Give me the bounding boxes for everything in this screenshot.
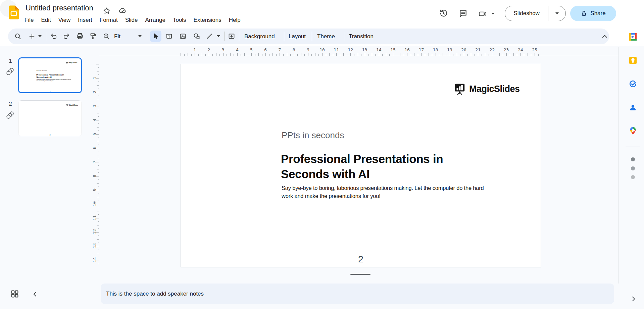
share-label: Share	[590, 10, 605, 17]
zoom-select[interactable]: Fit	[114, 33, 120, 41]
undo-icon[interactable]	[50, 32, 58, 40]
layout-button[interactable]: Layout	[289, 33, 306, 41]
toolbar-separator	[46, 32, 46, 41]
main-toolbar	[8, 29, 609, 44]
menu-extensions[interactable]: Extensions	[190, 15, 225, 25]
side-panel-dot[interactable]	[631, 166, 635, 170]
star-icon[interactable]	[103, 7, 111, 15]
zoom-caret-icon[interactable]	[138, 35, 142, 37]
magicslides-logo: MagicSlides	[66, 104, 78, 106]
menu-help[interactable]: Help	[225, 15, 244, 25]
new-slide-caret-icon[interactable]	[38, 35, 42, 37]
slide-canvas[interactable]: MagicSlides PPts in seconds Professional…	[181, 64, 541, 267]
zoom-icon[interactable]	[102, 32, 110, 40]
speaker-notes-input[interactable]: This is the space to add speaker notes	[101, 284, 614, 304]
canvas-border-left	[99, 56, 99, 281]
transition-indicator-icon[interactable]	[6, 67, 14, 76]
insert-image-icon[interactable]	[179, 32, 187, 40]
insert-shape-icon[interactable]	[193, 32, 201, 40]
menu-format[interactable]: Format	[96, 15, 121, 25]
google-maps-icon[interactable]	[628, 126, 638, 136]
toolbar-separator	[147, 32, 147, 41]
print-icon[interactable]	[76, 32, 84, 40]
grid-view-icon[interactable]	[10, 289, 19, 299]
slideshow-label[interactable]: Slideshow	[505, 10, 548, 17]
expand-side-panel-chevron-icon[interactable]	[630, 296, 637, 302]
share-button[interactable]: Share	[570, 6, 616, 21]
background-button[interactable]: Background	[244, 33, 275, 41]
collapse-filmstrip-chevron-icon[interactable]	[32, 291, 39, 298]
google-tasks-icon[interactable]	[628, 79, 638, 89]
toolbar-separator	[344, 32, 344, 41]
menu-tools[interactable]: Tools	[169, 15, 190, 25]
side-panel-divider	[626, 147, 640, 147]
slide-subtitle-textbox[interactable]: PPts in seconds	[282, 130, 344, 141]
slideshow-button[interactable]: Slideshow	[505, 6, 566, 21]
slide-1-number: 1	[7, 58, 13, 64]
comments-icon[interactable]	[458, 9, 468, 18]
magicslides-logo: MagicSlides	[453, 82, 520, 96]
menu-view[interactable]: View	[55, 15, 75, 25]
insert-line-icon[interactable]	[205, 32, 213, 40]
version-history-icon[interactable]	[439, 9, 448, 18]
slides-logo-icon[interactable]	[8, 5, 19, 20]
menu-edit[interactable]: Edit	[37, 15, 54, 25]
toolbar-separator	[224, 32, 225, 41]
slide-thumbnail-2[interactable]: MagicSlides 2	[18, 100, 82, 136]
meet-dropdown-caret-icon[interactable]	[491, 13, 495, 15]
line-caret-icon[interactable]	[217, 35, 220, 37]
cloud-saved-icon[interactable]	[118, 7, 127, 15]
menu-file[interactable]: File	[21, 15, 37, 25]
side-panel-dot[interactable]	[631, 175, 635, 179]
meet-camera-icon[interactable]	[478, 9, 487, 18]
transition-button[interactable]: Transition	[349, 33, 374, 41]
slide-thumbnail-1[interactable]: MagicSlides PPts in seconds Professional…	[18, 57, 82, 93]
slide-body-textbox[interactable]: Say bye-bye to boring, laborious present…	[282, 184, 493, 200]
select-tool-button[interactable]	[150, 31, 161, 42]
magicslides-board-icon	[66, 61, 68, 64]
speaker-notes-placeholder: This is the space to add speaker notes	[106, 291, 204, 297]
insert-placeholder-icon[interactable]	[228, 32, 236, 40]
menu-arrange[interactable]: Arrange	[141, 15, 169, 25]
slide-2-preview: MagicSlides 2	[18, 101, 82, 136]
google-keep-icon[interactable]	[628, 56, 638, 65]
cursor-arrow-icon	[152, 32, 160, 40]
search-menus-icon[interactable]	[14, 32, 22, 40]
menu-bar: FileEditViewInsertFormatSlideArrangeTool…	[21, 15, 244, 25]
slide-title-textbox[interactable]: Professional Presentations in Seconds wi…	[281, 151, 469, 182]
magicslides-board-icon	[453, 82, 466, 96]
google-slides-app: Untitled presentation FileEditViewInsert…	[0, 0, 644, 309]
toolbar-separator	[312, 32, 312, 41]
chevron-down-icon	[555, 12, 559, 14]
side-panel-dot[interactable]	[631, 157, 635, 161]
lock-icon	[581, 10, 587, 17]
redo-icon[interactable]	[62, 32, 70, 40]
toolbar-separator	[239, 32, 239, 41]
transition-indicator-icon[interactable]	[6, 111, 14, 119]
toolbar-separator	[284, 32, 284, 41]
magicslides-logo: MagicSlides	[66, 61, 77, 64]
slideshow-options-button[interactable]	[548, 6, 565, 21]
slide-page-number[interactable]: 2	[181, 254, 541, 265]
collapse-toolbar-icon[interactable]	[601, 33, 609, 41]
magicslides-wordmark: MagicSlides	[469, 84, 520, 94]
text-box-icon[interactable]	[165, 32, 173, 40]
google-contacts-icon[interactable]	[628, 103, 638, 112]
google-calendar-icon[interactable]: 31	[628, 32, 638, 42]
magicslides-board-icon	[66, 104, 68, 106]
notes-resize-handle[interactable]	[350, 274, 370, 275]
theme-button[interactable]: Theme	[317, 33, 335, 41]
canvas-border-right	[618, 47, 619, 284]
document-title[interactable]: Untitled presentation	[26, 4, 93, 12]
slide-2-number: 2	[7, 101, 13, 107]
svg-text:31: 31	[631, 35, 635, 39]
canvas-border-top	[99, 56, 619, 56]
menu-slide[interactable]: Slide	[121, 15, 142, 25]
slide-1-preview: MagicSlides PPts in seconds Professional…	[19, 58, 81, 92]
new-slide-icon[interactable]	[28, 32, 36, 40]
paint-format-icon[interactable]	[89, 32, 97, 40]
menu-insert[interactable]: Insert	[74, 15, 96, 25]
